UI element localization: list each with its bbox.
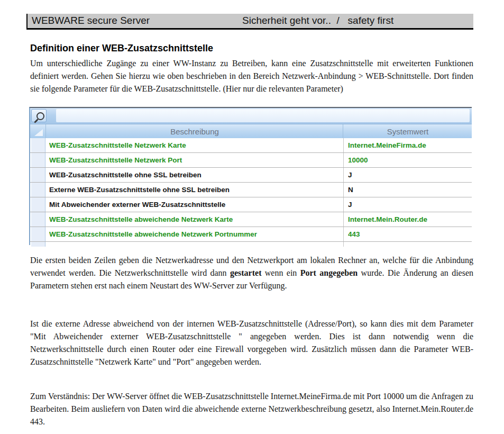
table-row[interactable]: Externe WEB-Zusatzschnittstelle ohne SSL… bbox=[30, 183, 472, 197]
table-row[interactable]: WEB-Zusatzschnittstelle Netzwerk Karte I… bbox=[30, 138, 472, 153]
row-description: WEB-Zusatzschnittstelle abweichende Netz… bbox=[49, 227, 340, 241]
grid-rows: WEB-Zusatzschnittstelle Netzwerk Karte I… bbox=[30, 138, 472, 247]
row-description: Mit Abweichender externer WEB-Zusatzschn… bbox=[49, 197, 340, 212]
parameter-grid: Beschreibung Systemwert WEB-Zusatzschnit… bbox=[29, 107, 472, 245]
column-header-beschreibung[interactable]: Beschreibung bbox=[47, 124, 343, 138]
row-description: WEB-Zusatzschnittstelle Netzwerk Port bbox=[49, 153, 340, 167]
row-description: Externe WEB-Zusatzschnittstelle ohne SSL… bbox=[49, 183, 340, 197]
table-row[interactable]: WEB-Zusatzschnittstelle Netzwerk Port 10… bbox=[30, 153, 472, 168]
paragraph-startup: Die ersten beiden Zeilen geben die Netzw… bbox=[30, 254, 473, 292]
text-segment: wenn ein bbox=[261, 268, 300, 277]
row-value: Internet.MeineFirma.de bbox=[348, 138, 470, 152]
row-selector bbox=[31, 242, 45, 247]
document-page: WEBWARE secure Server Sicherheit geht vo… bbox=[0, 0, 504, 434]
row-value: J bbox=[348, 197, 470, 212]
paragraph-external-address: Ist die externe Adresse abweichend von d… bbox=[30, 318, 473, 368]
column-header-systemwert[interactable]: Systemwert bbox=[344, 124, 472, 138]
row-value: N bbox=[348, 183, 470, 197]
grid-toolbar bbox=[30, 108, 472, 124]
page-title: Definition einer WEB-Zusatzschnittstelle bbox=[30, 43, 213, 54]
row-description: WEB-Zusatzschnittstelle ohne SSL betreib… bbox=[49, 168, 340, 182]
search-input[interactable] bbox=[56, 109, 470, 122]
intro-paragraph: Um unterschiedliche Zugänge zu einer WW-… bbox=[30, 57, 473, 95]
row-value: 443 bbox=[348, 227, 470, 241]
table-row[interactable]: WEB-Zusatzschnittstelle abweichende Netz… bbox=[30, 212, 472, 227]
text-segment-bold: gestartet bbox=[230, 268, 262, 277]
text-segment-bold: Port angegeben bbox=[300, 268, 358, 277]
row-selector[interactable] bbox=[31, 183, 45, 197]
row-selector[interactable] bbox=[31, 227, 45, 241]
table-row[interactable]: WEB-Zusatzschnittstelle abweichende Netz… bbox=[30, 227, 472, 242]
header-slogan: Sicherheit geht vor.. / safety first bbox=[242, 15, 393, 26]
paragraph-explanation: Zum Verständnis: Der WW-Server öffnet di… bbox=[30, 390, 473, 428]
header-bar: WEBWARE secure Server Sicherheit geht vo… bbox=[26, 14, 473, 30]
table-row[interactable]: WEB-Zusatzschnittstelle ohne SSL betreib… bbox=[30, 168, 472, 183]
row-value: Internet.Mein.Router.de bbox=[348, 212, 470, 227]
row-value: 10000 bbox=[348, 153, 470, 167]
search-button[interactable] bbox=[31, 109, 47, 122]
row-description: WEB-Zusatzschnittstelle abweichende Netz… bbox=[49, 212, 340, 227]
row-selector[interactable] bbox=[31, 197, 45, 212]
table-row[interactable]: Mit Abweichender externer WEB-Zusatzschn… bbox=[30, 197, 472, 212]
row-selector[interactable] bbox=[31, 168, 45, 182]
select-all-triangle-icon bbox=[34, 129, 43, 136]
row-value: J bbox=[348, 168, 470, 182]
row-description: WEB-Zusatzschnittstelle Netzwerk Karte bbox=[49, 138, 340, 152]
grid-header-row: Beschreibung Systemwert bbox=[30, 124, 472, 138]
select-all-cell[interactable] bbox=[31, 124, 46, 138]
row-selector[interactable] bbox=[31, 212, 45, 227]
row-selector[interactable] bbox=[31, 138, 45, 152]
table-row-partial bbox=[30, 242, 472, 247]
brand-title: WEBWARE secure Server bbox=[32, 15, 150, 26]
search-icon bbox=[36, 112, 44, 120]
row-selector[interactable] bbox=[31, 153, 45, 167]
